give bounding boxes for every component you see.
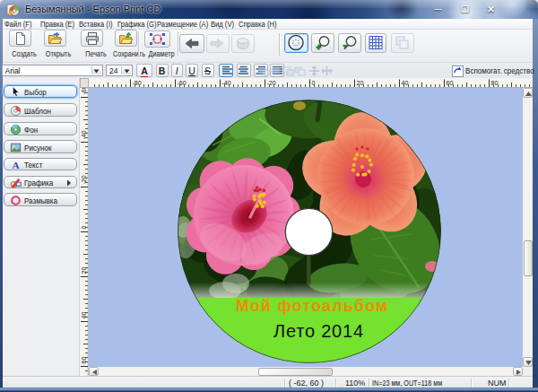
svg-text:80: 80: [491, 80, 499, 86]
svg-text:A: A: [12, 160, 20, 170]
svg-text:-80: -80: [133, 80, 142, 86]
svg-text:-20: -20: [267, 80, 276, 86]
svg-text:40: 40: [402, 80, 409, 86]
svg-text:60: 60: [447, 80, 454, 86]
svg-text:-60: -60: [81, 88, 87, 95]
svg-text:Мой фотоальбом: Мой фотоальбом: [236, 297, 387, 315]
svg-text:Лето 2014: Лето 2014: [273, 321, 363, 341]
svg-text:20: 20: [357, 80, 364, 86]
svg-text:-40: -40: [222, 80, 231, 86]
svg-text:-60: -60: [178, 80, 187, 86]
